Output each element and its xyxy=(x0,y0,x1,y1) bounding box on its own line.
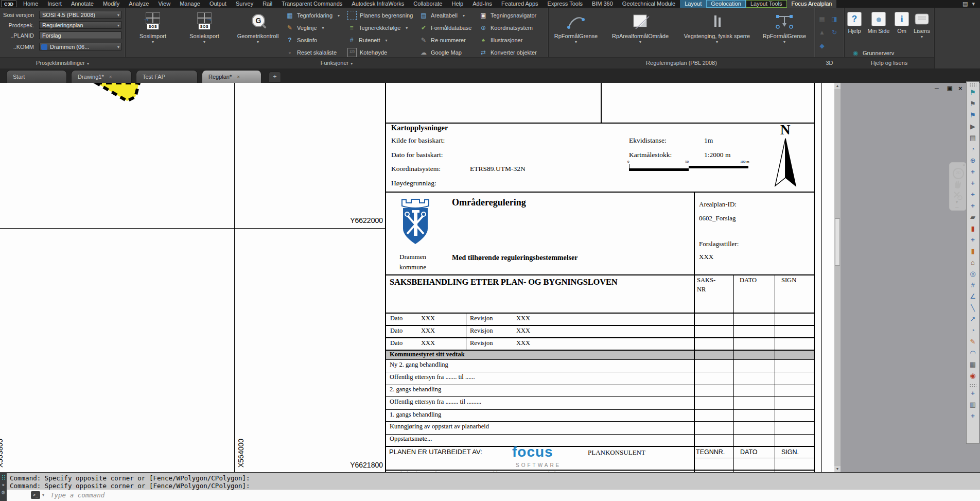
tegnerekkefolge-button[interactable]: ≡ Tegnerekkefølge xyxy=(347,24,408,32)
window-minimize-icon[interactable]: ─ xyxy=(935,85,939,91)
menu-view[interactable]: View xyxy=(153,0,175,8)
pan-hand-icon[interactable] xyxy=(953,180,962,189)
veglinje-button[interactable]: ✎ Veglinje xyxy=(286,24,324,32)
sosiinfo-button[interactable]: ? Sosiinfo xyxy=(286,36,317,44)
command-history[interactable]: Command: Specify opposite corner or [Fen… xyxy=(7,473,980,490)
chevron-down-icon[interactable]: ▾ xyxy=(972,0,975,8)
panel-footer-3d[interactable]: 3D xyxy=(815,57,844,68)
formaldatabase-button[interactable]: ✔ Formåldatabase xyxy=(419,24,472,32)
crosshair-a-icon[interactable]: + xyxy=(968,178,978,188)
brush-terrain-icon[interactable]: ✎ xyxy=(968,337,978,347)
navbar-close-icon[interactable]: × xyxy=(962,163,965,167)
menu-analyze[interactable]: Analyze xyxy=(124,0,153,8)
globe-grid-icon[interactable]: ⊕ xyxy=(968,156,978,166)
menu-autodesk-infraworks[interactable]: Autodesk InfraWorks xyxy=(347,0,409,8)
orbit-icon[interactable]: ↻ xyxy=(830,28,838,37)
map-doc-icon[interactable]: ▥ xyxy=(968,400,978,410)
sosiimport-button[interactable]: →SOS Sosiimport xyxy=(135,10,171,44)
command-close-icon[interactable]: × xyxy=(0,481,7,489)
om-button[interactable]: i Om xyxy=(894,10,910,34)
sphere-chart-icon[interactable]: ◔ xyxy=(968,144,978,154)
kotehoyde-button[interactable]: 123 Kotehøyde xyxy=(347,48,387,57)
hjelp-button[interactable]: ? Hjelp xyxy=(845,10,864,34)
reset-skalaliste-button[interactable]: ▫ Reset skalaliste xyxy=(286,48,337,57)
surface-icon[interactable]: ▦ xyxy=(818,15,826,23)
angle-measure-icon[interactable]: ∠ xyxy=(968,291,978,302)
fence-points-icon[interactable]: # xyxy=(968,280,978,290)
lisens-button[interactable]: Lisens xyxy=(911,10,933,39)
house-3d-icon[interactable]: ⌂ xyxy=(968,257,978,268)
ribbon-collapse-icon[interactable]: ▤ xyxy=(962,0,968,8)
arc-table-icon[interactable]: ◠ xyxy=(968,348,978,358)
panel-footer-hjelp[interactable]: Hjelp og lisens xyxy=(844,57,934,68)
konverter-objekter-button[interactable]: ⇄ Konverter objekter xyxy=(479,48,537,57)
grunnerverv-button[interactable]: ◉ Grunnerverv xyxy=(851,49,894,57)
menu-add-ins[interactable]: Add-Ins xyxy=(468,0,497,8)
flag-blue-icon[interactable]: ⚑ xyxy=(968,110,978,120)
plan-area-yellow-polygon[interactable] xyxy=(87,83,149,108)
rutenett-button[interactable]: # Rutenett xyxy=(347,36,388,44)
menu-geolocation[interactable]: Geolocation xyxy=(706,0,746,8)
navigation-bar[interactable]: × 2D ▾ ─ xyxy=(949,162,967,211)
rpformalgrense2-button[interactable]: RpFormålGrense xyxy=(758,10,811,44)
crosshair-cursor-icon[interactable]: + xyxy=(968,189,978,200)
map-pin-icon[interactable]: ◉ xyxy=(968,371,978,381)
panel-footer-funksjoner[interactable]: Funksjoner xyxy=(125,57,548,68)
menu-annotate[interactable]: Annotate xyxy=(66,0,98,8)
rparealformalomrade-button[interactable]: RpArealformålOmråde xyxy=(607,10,673,44)
menu-survey[interactable]: Survey xyxy=(231,0,258,8)
menu-geotechnical-module[interactable]: Geotechnical Module xyxy=(618,0,680,8)
arealtabell-button[interactable]: ▤ Arealtabell xyxy=(419,11,465,20)
survey-pole-red-icon[interactable]: ▮ xyxy=(968,223,978,234)
window-close-icon[interactable]: × xyxy=(958,84,962,92)
menu-bim-360[interactable]: BIM 360 xyxy=(587,0,618,8)
menu-transparent-commands[interactable]: Transparent Commands xyxy=(277,0,347,8)
flag-teal-icon[interactable]: ⚑ xyxy=(968,88,978,98)
menu-output[interactable]: Output xyxy=(205,0,231,8)
command-input-hint[interactable]: Type a command xyxy=(50,491,104,499)
planens-begrensning-button[interactable]: Planens begrensning xyxy=(347,11,413,20)
menu-layout-tools[interactable]: Layout Tools xyxy=(746,0,787,8)
prodspek-select[interactable]: Reguleringsplan xyxy=(39,21,121,29)
koordinatsystem-button[interactable]: ⊕ Koordinatsystem xyxy=(479,24,533,32)
crosshair-star-icon[interactable]: + xyxy=(968,388,978,399)
sosieksport-button[interactable]: →SOS Sosieksport xyxy=(186,10,222,44)
crosshair-target-icon[interactable]: + xyxy=(968,201,978,211)
app-logo-icon[interactable]: C3D xyxy=(1,1,16,7)
menu-layout[interactable]: Layout xyxy=(680,0,706,8)
close-icon[interactable]: × xyxy=(109,74,112,80)
panel-footer-reguleringsplan[interactable]: Reguleringsplan (PBL 2008) xyxy=(548,57,815,68)
command-window-grip[interactable]: × ⚙ xyxy=(0,473,7,501)
flag-outline-icon[interactable]: ⚑ xyxy=(968,99,978,109)
panel-footer-prosjektinnstillinger[interactable]: Prosjektinnstillinger xyxy=(0,57,125,68)
tab-start[interactable]: Start xyxy=(6,70,67,83)
crosshair-move-icon[interactable]: + xyxy=(968,235,978,245)
polygon-area-icon[interactable]: ▰ xyxy=(968,212,978,222)
menu-focus-arealplan[interactable]: Focus Arealplan xyxy=(787,0,837,8)
vegstenging-button[interactable]: Vegstenging, fysisk sperre xyxy=(678,10,756,44)
menu-modify[interactable]: Modify xyxy=(98,0,124,8)
close-icon[interactable]: × xyxy=(237,74,240,80)
geometrikontroll-button[interactable]: G Geometrikontroll xyxy=(231,10,285,44)
tab-test-fap[interactable]: Test FAP 2018_2*× xyxy=(136,70,198,83)
command-input-row[interactable]: >_ ▾ Type a command xyxy=(7,490,980,501)
vertical-scrollbar[interactable]: ▲ ▼ xyxy=(834,83,841,472)
menu-collaborate[interactable]: Collaborate xyxy=(409,0,447,8)
komm-select[interactable]: Drammen (06... xyxy=(39,43,121,50)
copy-documents-icon[interactable]: ▤ xyxy=(968,133,978,143)
window-restore-icon[interactable]: ▣ xyxy=(947,85,952,92)
diamond-icon[interactable]: ◆ xyxy=(818,42,826,50)
tegningsnavigator-button[interactable]: ▣ Tegningsnavigator xyxy=(479,11,536,20)
sosi-versjon-select[interactable]: SOSI 4.5 (PBL 2008) xyxy=(39,11,121,19)
chevron-down-icon[interactable]: ▾ xyxy=(42,493,44,497)
menu-manage[interactable]: Manage xyxy=(175,0,205,8)
doc-grid-icon[interactable]: ▦ xyxy=(968,359,978,370)
menu-rail[interactable]: Rail xyxy=(258,0,277,8)
navbar-chevron-icon[interactable]: ▾ xyxy=(956,200,958,204)
illustrasjoner-button[interactable]: ♠ Illustrasjoner xyxy=(479,36,522,44)
perspective-icon[interactable]: ◨ xyxy=(830,15,838,23)
zoom-extents-icon[interactable] xyxy=(953,191,963,201)
tab-regplan[interactable]: Regplan*× xyxy=(202,70,261,83)
tegnforklaring-button[interactable]: ▦ Tegnforklaring xyxy=(286,11,340,20)
menu-insert[interactable]: Insert xyxy=(43,0,66,8)
